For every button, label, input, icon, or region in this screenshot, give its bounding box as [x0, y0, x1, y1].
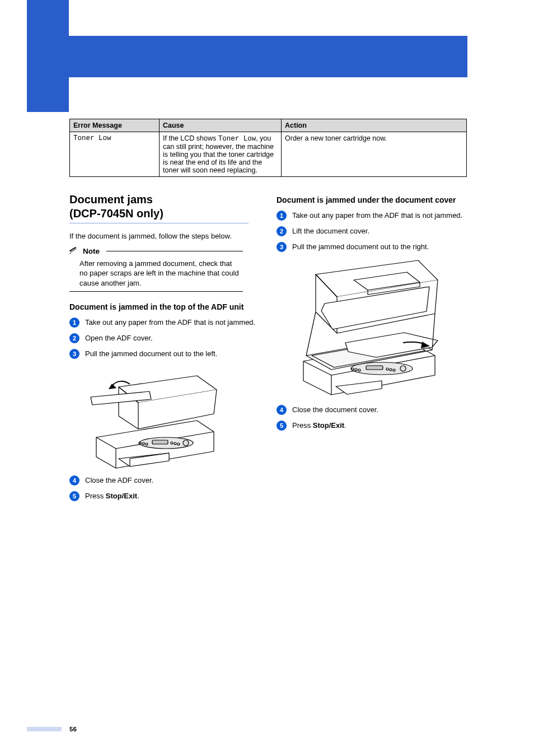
two-column-layout: Document jams (DCP-7045N only) If the do… [69, 193, 467, 507]
step-number-badge: 2 [277, 226, 287, 236]
step-1: 1 Take out any paper from the ADF that i… [277, 211, 467, 221]
table-header: Error Message Cause Action [70, 119, 467, 132]
step-3-text: Pull the jammed document out to the righ… [292, 242, 467, 252]
step-4: 4 Close the ADF cover. [69, 475, 260, 486]
note-icon [69, 247, 79, 255]
step-4-text: Close the document cover. [292, 405, 467, 415]
table-row: Toner Low If the LCD shows Toner Low, yo… [70, 132, 467, 177]
th-action: Action [282, 119, 467, 132]
step-1-text: Take out any paper from the ADF that is … [292, 211, 467, 221]
page-content: Error Message Cause Action Toner Low If … [69, 119, 467, 507]
step-5-text: Press Stop/Exit. [85, 491, 260, 501]
svg-marker-1 [69, 253, 71, 254]
document-cover-illustration [292, 258, 467, 400]
step-number-badge: 4 [69, 475, 79, 486]
step-1-text: Take out any paper from the ADF that is … [85, 318, 260, 328]
th-cause: Cause [160, 119, 282, 132]
heading-line1: Document jams [69, 193, 153, 206]
step-1: 1 Take out any paper from the ADF that i… [69, 318, 260, 328]
subheading-adf-top: Document is jammed in the top of the ADF… [69, 302, 260, 312]
section-rule [69, 223, 249, 223]
step-number-badge: 5 [277, 421, 287, 431]
page-number-bar [27, 727, 62, 731]
error-message-table: Error Message Cause Action Toner Low If … [69, 119, 467, 177]
note-body: After removing a jammed document, check … [69, 255, 243, 292]
step-4-text: Close the ADF cover. [85, 475, 260, 486]
step-number-badge: 1 [277, 211, 287, 221]
step-5-text: Press Stop/Exit. [292, 421, 467, 431]
left-column: Document jams (DCP-7045N only) If the do… [69, 193, 260, 507]
step-4: 4 Close the document cover. [277, 405, 467, 415]
svg-point-20 [400, 366, 406, 371]
heading-line2: (DCP-7045N only) [69, 207, 163, 220]
step-2: 2 Open the ADF cover. [69, 333, 260, 343]
cell-action: Order a new toner cartridge now. [282, 132, 467, 177]
intro-paragraph: If the document is jammed, follow the st… [69, 231, 260, 241]
step-2-text: Open the ADF cover. [85, 333, 260, 343]
note-heading: Note [69, 247, 243, 255]
th-error-message: Error Message [70, 119, 160, 132]
step-3-text: Pull the jammed document out to the left… [85, 349, 260, 359]
step-5: 5 Press Stop/Exit. [277, 421, 467, 431]
step-number-badge: 3 [277, 242, 287, 252]
note-rule [106, 251, 243, 251]
svg-point-10 [183, 440, 189, 446]
step-number-badge: 3 [69, 349, 79, 359]
step-5: 5 Press Stop/Exit. [69, 491, 260, 501]
note-label: Note [83, 247, 100, 255]
cell-error-message: Toner Low [70, 132, 160, 177]
note-block: Note After removing a jammed document, c… [69, 247, 243, 292]
cause-mono: Toner Low [218, 135, 256, 143]
step-3: 3 Pull the jammed document out to the ri… [277, 242, 467, 252]
svg-marker-11 [109, 384, 116, 389]
step-number-badge: 2 [69, 333, 79, 343]
step-2: 2 Lift the document cover. [277, 226, 467, 236]
step-number-badge: 4 [277, 405, 287, 415]
step-number-badge: 5 [69, 491, 79, 501]
section-heading: Document jams (DCP-7045N only) [69, 193, 260, 221]
step-2-text: Lift the document cover. [292, 226, 467, 236]
svg-rect-3 [152, 440, 168, 444]
right-column: Document is jammed under the document co… [277, 193, 467, 507]
adf-illustration [85, 365, 260, 471]
step-3: 3 Pull the jammed document out to the le… [69, 349, 260, 359]
header-blue-vertical [27, 0, 69, 112]
svg-rect-13 [366, 366, 383, 370]
cell-cause: If the LCD shows Toner Low, you can stil… [160, 132, 282, 177]
header-blue-horizontal [69, 36, 467, 77]
page-number: 56 [69, 726, 77, 732]
step-number-badge: 1 [69, 318, 79, 328]
cause-prefix: If the LCD shows [163, 134, 218, 142]
subheading-doc-cover: Document is jammed under the document co… [277, 195, 467, 205]
